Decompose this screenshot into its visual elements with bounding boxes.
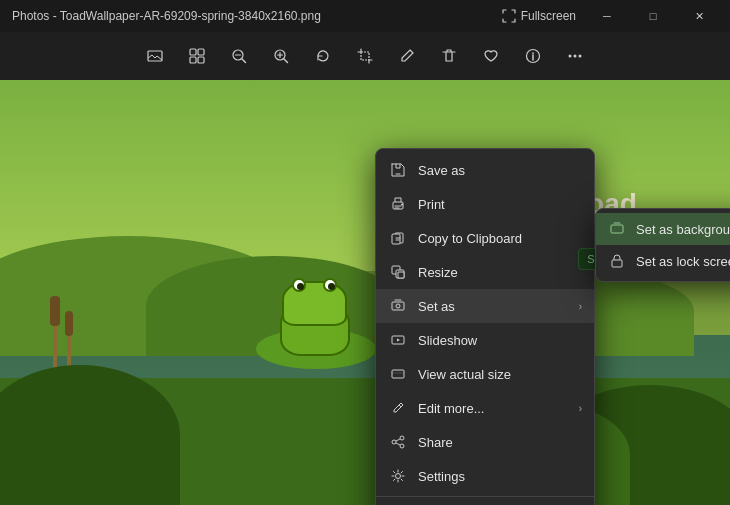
- slideshow-label: Slideshow: [418, 333, 582, 348]
- fullscreen-label: Fullscreen: [521, 9, 576, 23]
- frog: [270, 281, 360, 361]
- more-button[interactable]: [556, 38, 594, 74]
- submenu-item-set-lockscreen[interactable]: Set as lock screen: [596, 245, 730, 277]
- draw-button[interactable]: [388, 38, 426, 74]
- svg-rect-4: [198, 57, 204, 63]
- maximize-icon: □: [650, 10, 657, 22]
- view-button[interactable]: [136, 38, 174, 74]
- slideshow-icon: [388, 330, 408, 350]
- frog-eye-left: [292, 278, 306, 292]
- rotate-icon: [314, 47, 332, 65]
- close-icon: ✕: [695, 10, 704, 23]
- frog-pupil-left: [297, 283, 304, 290]
- draw-icon: [398, 47, 416, 65]
- main-area: Toad by Quest Set as background Save as …: [0, 80, 730, 505]
- rotate-button[interactable]: [304, 38, 342, 74]
- edit-more-label: Edit more...: [418, 401, 569, 416]
- wallpaper: [0, 80, 730, 505]
- zoom-in-icon: [272, 47, 290, 65]
- svg-rect-1: [190, 49, 196, 55]
- crop-button[interactable]: [346, 38, 384, 74]
- zoom-out-button[interactable]: [220, 38, 258, 74]
- print-icon: [388, 194, 408, 214]
- svg-rect-27: [392, 302, 404, 310]
- set-background-label: Set as background: [636, 222, 730, 237]
- print-label: Print: [418, 197, 582, 212]
- app-title: Photos - ToadWallpaper-AR-69209-spring-3…: [12, 9, 321, 23]
- zoom-in-button[interactable]: [262, 38, 300, 74]
- menu-item-print[interactable]: Print: [376, 187, 594, 221]
- menu-item-set-as[interactable]: Set as ›: [376, 289, 594, 323]
- svg-point-33: [400, 444, 404, 448]
- svg-point-10: [574, 55, 577, 58]
- svg-point-32: [392, 440, 396, 444]
- menu-item-slideshow[interactable]: Slideshow: [376, 323, 594, 357]
- menu-item-edit-more[interactable]: Edit more... ›: [376, 391, 594, 425]
- svg-point-34: [396, 474, 401, 479]
- svg-rect-30: [392, 370, 404, 378]
- image-view-icon: [146, 47, 164, 65]
- info-button[interactable]: [514, 38, 552, 74]
- svg-rect-7: [361, 52, 369, 60]
- set-as-submenu: Set as background Set as lock screen: [595, 208, 730, 282]
- submenu-item-set-background[interactable]: Set as background: [596, 213, 730, 245]
- share-icon: [388, 432, 408, 452]
- favorite-icon: [482, 47, 500, 65]
- more-icon: [566, 47, 584, 65]
- set-as-arrow: ›: [579, 301, 582, 312]
- menu-item-share[interactable]: Share: [376, 425, 594, 459]
- edit-more-icon: [388, 398, 408, 418]
- svg-rect-36: [611, 225, 623, 233]
- set-as-icon: [388, 296, 408, 316]
- svg-point-21: [401, 204, 403, 206]
- svg-point-11: [579, 55, 582, 58]
- menu-item-edit-pro[interactable]: Edit photos like a pro Get advanced phot…: [376, 500, 594, 505]
- zoom-out-icon: [230, 47, 248, 65]
- svg-point-28: [396, 304, 400, 308]
- minimize-icon: ─: [603, 10, 611, 22]
- fullscreen-icon: [502, 9, 516, 23]
- copy-clipboard-label: Copy to Clipboard: [418, 231, 582, 246]
- info-icon: [524, 47, 542, 65]
- resize-icon: [388, 262, 408, 282]
- svg-point-9: [569, 55, 572, 58]
- menu-item-save-as[interactable]: Save as: [376, 153, 594, 187]
- svg-rect-37: [612, 260, 622, 267]
- minimize-button[interactable]: ─: [584, 0, 630, 32]
- set-lockscreen-icon: [608, 252, 626, 270]
- svg-rect-3: [190, 57, 196, 63]
- menu-item-copy-clipboard[interactable]: Copy to Clipboard: [376, 221, 594, 255]
- svg-rect-24: [392, 234, 400, 244]
- collection-icon: [188, 47, 206, 65]
- frog-pupil-right: [328, 283, 335, 290]
- svg-point-31: [400, 436, 404, 440]
- menu-item-resize[interactable]: Resize: [376, 255, 594, 289]
- set-as-label: Set as: [418, 299, 569, 314]
- collection-button[interactable]: [178, 38, 216, 74]
- delete-button[interactable]: [430, 38, 468, 74]
- title-bar-left: Photos - ToadWallpaper-AR-69209-spring-3…: [12, 9, 321, 23]
- context-menu: Save as Print Copy to Clipboard Resize: [375, 148, 595, 505]
- menu-item-view-actual[interactable]: View actual size: [376, 357, 594, 391]
- maximize-button[interactable]: □: [630, 0, 676, 32]
- frog-eye-right: [323, 278, 337, 292]
- settings-label: Settings: [418, 469, 582, 484]
- crop-icon: [356, 47, 374, 65]
- favorite-button[interactable]: [472, 38, 510, 74]
- delete-icon: [440, 47, 458, 65]
- save-icon: [388, 160, 408, 180]
- settings-icon: [388, 466, 408, 486]
- share-label: Share: [418, 435, 582, 450]
- frog-head: [282, 281, 347, 326]
- fullscreen-button[interactable]: Fullscreen: [494, 0, 584, 32]
- menu-item-settings[interactable]: Settings: [376, 459, 594, 493]
- edit-more-arrow: ›: [579, 403, 582, 414]
- set-background-icon: [608, 220, 626, 238]
- view-actual-label: View actual size: [418, 367, 582, 382]
- save-as-label: Save as: [418, 163, 582, 178]
- title-bar: Photos - ToadWallpaper-AR-69209-spring-3…: [0, 0, 730, 32]
- menu-divider: [376, 496, 594, 497]
- close-button[interactable]: ✕: [676, 0, 722, 32]
- resize-label: Resize: [418, 265, 582, 280]
- toolbar: [0, 32, 730, 80]
